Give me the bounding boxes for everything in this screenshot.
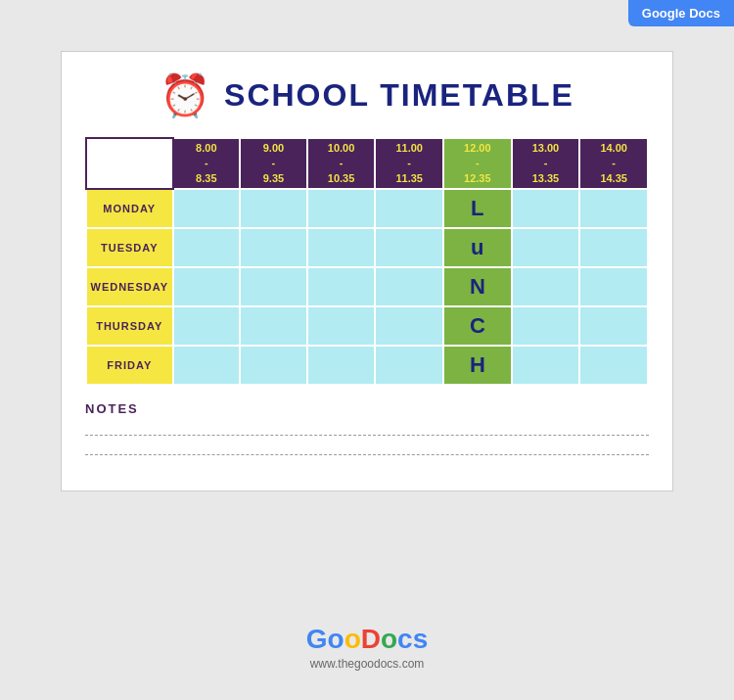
cell-thu-1100 xyxy=(375,306,443,346)
watermark-logo: GooDocs xyxy=(306,624,429,655)
cell-tue-1300 xyxy=(512,228,580,267)
clock-icon: ⏰ xyxy=(160,71,210,119)
row-monday: MONDAY L xyxy=(86,189,648,228)
header-800: 8.00-8.35 xyxy=(173,138,241,189)
header-1400: 14.00-14.35 xyxy=(579,138,648,189)
main-card: ⏰ SCHOOL TIMETABLE 8.00-8.35 9.00-9.35 1… xyxy=(61,51,673,491)
cell-mon-800 xyxy=(173,189,241,228)
logo-g1: G xyxy=(306,624,328,654)
cell-wed-800 xyxy=(173,267,241,306)
day-tuesday: TUESDAY xyxy=(86,228,173,267)
google-docs-badge: Google Docs xyxy=(628,0,734,26)
logo-o1: o xyxy=(328,624,344,654)
cell-tue-900 xyxy=(240,228,307,267)
header-row: 8.00-8.35 9.00-9.35 10.00-10.35 11.00-11… xyxy=(86,138,648,189)
cell-thu-1300 xyxy=(512,306,580,346)
row-thursday: THURSDAY C xyxy=(86,306,648,346)
logo-o2: o xyxy=(344,624,361,654)
cell-mon-1400 xyxy=(579,189,648,228)
cell-wed-900 xyxy=(240,267,307,306)
logo-o3: o xyxy=(381,624,397,654)
row-wednesday: WEDNESDAY N xyxy=(86,267,648,306)
notes-label: NOTES xyxy=(85,401,649,416)
header-1300: 13.00-13.35 xyxy=(512,138,580,189)
notes-line2 xyxy=(85,443,649,455)
cell-fri-1300 xyxy=(512,346,580,385)
cell-wed-1000 xyxy=(307,267,376,306)
cell-mon-1100 xyxy=(375,189,443,228)
cell-thu-800 xyxy=(173,306,241,346)
cell-wed-1100 xyxy=(375,267,443,306)
cell-tue-1000 xyxy=(307,228,376,267)
cell-fri-900 xyxy=(240,346,307,385)
day-thursday: THURSDAY xyxy=(86,306,173,346)
cell-mon-1300 xyxy=(512,189,580,228)
cell-tue-1400 xyxy=(579,228,648,267)
cell-thu-900 xyxy=(240,306,307,346)
notes-section: NOTES xyxy=(85,401,649,455)
page-title: SCHOOL TIMETABLE xyxy=(224,77,574,114)
day-wednesday: WEDNESDAY xyxy=(86,267,173,306)
corner-cell xyxy=(86,138,173,189)
cell-tue-1100 xyxy=(375,228,443,267)
cell-fri-1400 xyxy=(579,346,648,385)
header-1200: 12.00-12.35 xyxy=(443,138,512,189)
day-friday: FRIDAY xyxy=(86,346,173,385)
cell-wed-1300 xyxy=(512,267,580,306)
cell-mon-900 xyxy=(240,189,307,228)
watermark-url: www.thegoodocs.com xyxy=(306,657,429,671)
watermark: GooDocs www.thegoodocs.com xyxy=(306,624,429,671)
row-tuesday: TUESDAY u xyxy=(86,228,648,267)
cell-fri-1100 xyxy=(375,346,443,385)
header-1100: 11.00-11.35 xyxy=(375,138,443,189)
row-friday: FRIDAY H xyxy=(86,346,648,385)
cell-fri-lunch: H xyxy=(443,346,512,385)
cell-mon-1000 xyxy=(307,189,376,228)
cell-thu-lunch: C xyxy=(443,306,512,346)
timetable: 8.00-8.35 9.00-9.35 10.00-10.35 11.00-11… xyxy=(85,137,649,386)
cell-mon-lunch: L xyxy=(443,189,512,228)
cell-fri-800 xyxy=(173,346,241,385)
cell-wed-lunch: N xyxy=(443,267,512,306)
header-900: 9.00-9.35 xyxy=(240,138,307,189)
logo-cs: cs xyxy=(397,624,428,654)
cell-thu-1400 xyxy=(579,306,648,346)
cell-wed-1400 xyxy=(579,267,648,306)
cell-tue-lunch: u xyxy=(443,228,512,267)
day-monday: MONDAY xyxy=(86,189,173,228)
cell-thu-1000 xyxy=(307,306,376,346)
cell-fri-1000 xyxy=(307,346,376,385)
header-1000: 10.00-10.35 xyxy=(307,138,376,189)
logo-d: D xyxy=(361,624,381,654)
google-docs-label: Google Docs xyxy=(642,6,720,21)
notes-line1 xyxy=(85,424,649,436)
cell-tue-800 xyxy=(173,228,241,267)
title-row: ⏰ SCHOOL TIMETABLE xyxy=(85,71,649,119)
